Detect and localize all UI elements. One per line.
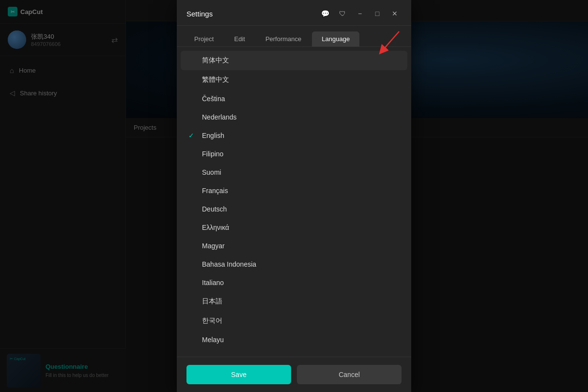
modal-overlay: Settings 💬 🛡 − □ ✕ Project Edit Performa… — [0, 0, 588, 392]
lang-label: English — [202, 132, 224, 139]
lang-label: Italiano — [202, 279, 224, 286]
lang-item-italian[interactable]: Italiano — [181, 273, 407, 292]
lang-item-finnish[interactable]: Suomi — [181, 163, 407, 181]
dialog-footer: Save Cancel — [177, 357, 411, 392]
maximize-button[interactable]: □ — [371, 7, 384, 20]
lang-label: 日本語 — [202, 297, 222, 306]
lang-label: 한국어 — [202, 317, 222, 325]
lang-item-traditional-chinese[interactable]: 繁體中文 — [181, 70, 407, 90]
cancel-button[interactable]: Cancel — [297, 365, 402, 384]
save-button[interactable]: Save — [186, 365, 291, 384]
lang-label: Magyar — [202, 242, 225, 250]
settings-dialog: Settings 💬 🛡 − □ ✕ Project Edit Performa… — [177, 0, 411, 392]
lang-label: Čeština — [202, 95, 225, 103]
lang-item-greek[interactable]: Ελληνικά — [181, 218, 407, 237]
lang-label: Melayu — [202, 336, 224, 344]
lang-item-malay[interactable]: Melayu — [181, 331, 407, 349]
tab-performance[interactable]: Performance — [256, 31, 311, 46]
lang-label: Français — [202, 187, 228, 195]
lang-label: Nederlands — [202, 113, 237, 121]
lang-item-french[interactable]: Français — [181, 181, 407, 200]
lang-label: Deutsch — [202, 205, 227, 213]
lang-item-korean[interactable]: 한국어 — [181, 311, 407, 331]
lang-item-english[interactable]: ✓ English — [181, 126, 407, 145]
lang-item-indonesian[interactable]: Bahasa Indonesia — [181, 255, 407, 273]
language-list[interactable]: 简体中文 繁體中文 Čeština Nederlands ✓ English — [177, 51, 411, 353]
tab-language[interactable]: Language — [312, 31, 359, 46]
lang-label: Suomi — [202, 168, 221, 176]
lang-item-filipino[interactable]: Filipino — [181, 145, 407, 163]
tab-project[interactable]: Project — [185, 31, 223, 46]
minimize-button[interactable]: − — [353, 7, 367, 20]
checkmark-icon: ✓ — [188, 132, 196, 139]
tab-bar: Project Edit Performance Language — [177, 26, 411, 47]
dialog-controls: 💬 🛡 − □ ✕ — [318, 7, 402, 20]
lang-label: Bahasa Indonesia — [202, 260, 256, 268]
lang-item-czech[interactable]: Čeština — [181, 90, 407, 108]
lang-item-simplified-chinese[interactable]: 简体中文 — [181, 51, 407, 70]
shield-icon-button[interactable]: 🛡 — [336, 7, 349, 20]
dialog-title: Settings — [186, 10, 213, 18]
lang-label: Ελληνικά — [202, 224, 229, 231]
tab-edit[interactable]: Edit — [224, 31, 254, 46]
lang-item-japanese[interactable]: 日本語 — [181, 292, 407, 311]
lang-label: 繁體中文 — [202, 75, 229, 84]
dialog-titlebar: Settings 💬 🛡 − □ ✕ — [177, 0, 411, 26]
language-list-container: 简体中文 繁體中文 Čeština Nederlands ✓ English — [177, 47, 411, 357]
lang-item-german[interactable]: Deutsch — [181, 200, 407, 218]
close-button[interactable]: ✕ — [388, 7, 402, 20]
chat-icon-button[interactable]: 💬 — [318, 7, 332, 20]
lang-label: 简体中文 — [202, 56, 229, 65]
lang-item-hungarian[interactable]: Magyar — [181, 237, 407, 255]
lang-label: Filipino — [202, 150, 223, 158]
lang-item-dutch[interactable]: Nederlands — [181, 108, 407, 126]
